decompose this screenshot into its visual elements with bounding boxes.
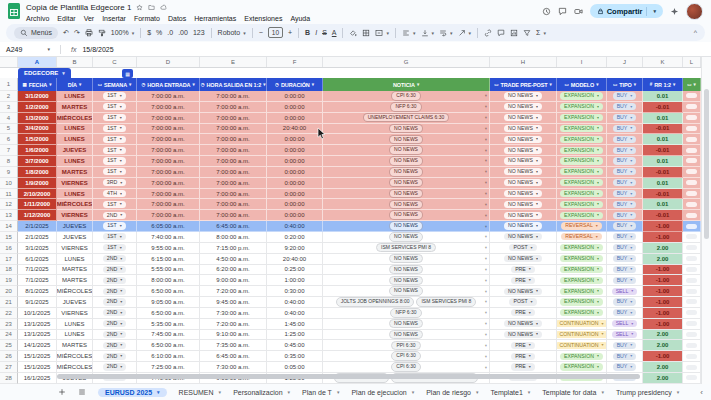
menu-ver[interactable]: Ver xyxy=(84,15,95,22)
chevron-down-icon[interactable]: ▾ xyxy=(485,267,487,272)
chevron-down-icon[interactable]: ▾ xyxy=(412,389,415,395)
fill-color-button[interactable] xyxy=(349,29,357,37)
print-button[interactable] xyxy=(85,29,93,37)
cell-tipo[interactable]: SELL▾ xyxy=(607,330,643,341)
cell-duracion[interactable]: 0:05:00 xyxy=(267,362,323,373)
tipo-dropdown[interactable]: BUY▾ xyxy=(613,212,637,219)
noticia-chip[interactable]: NO NEWS xyxy=(389,276,423,286)
cell-rr[interactable]: -1.00 xyxy=(643,232,683,243)
cell-tipo[interactable]: BUY▾ xyxy=(607,221,643,232)
cell-tipo[interactable]: BUY▾ xyxy=(607,243,643,254)
cell-semana[interactable]: 1ST▾ xyxy=(93,243,137,254)
cell-fecha[interactable]: 3/1/2025 xyxy=(18,243,57,254)
cell-duracion[interactable]: 0:00:00 xyxy=(267,199,323,210)
cell-semana[interactable]: 2ND▾ xyxy=(93,210,137,221)
row-number[interactable]: 22 xyxy=(0,308,18,319)
trade-dropdown[interactable]: NO NEWS▾ xyxy=(504,320,542,327)
cell-trade-pre-post[interactable]: PRE▾ xyxy=(490,362,557,373)
column-header-g[interactable]: G xyxy=(323,57,490,67)
cell-fecha[interactable]: 1/11/2000 xyxy=(18,199,57,210)
tab-scroll-left-icon[interactable]: ‹ xyxy=(700,388,703,397)
cell-noticia[interactable]: NO NEWS▾ xyxy=(323,156,490,167)
cell-tipo[interactable]: BUY▾ xyxy=(607,102,643,113)
cell-rr[interactable]: 2.00 xyxy=(643,340,683,351)
cell-fecha[interactable]: 1/12/2000 xyxy=(18,210,57,221)
chevron-down-icon[interactable]: ▾ xyxy=(673,82,675,87)
column-header-k[interactable]: K xyxy=(643,57,683,67)
cell-tipo[interactable]: BUY▾ xyxy=(607,91,643,102)
cell-modelo[interactable]: CONTINUATION▾ xyxy=(557,340,607,351)
modelo-dropdown[interactable]: EXPANSION▾ xyxy=(560,103,603,110)
italic-button[interactable]: I xyxy=(315,29,317,36)
cell-rr[interactable]: -0.01 xyxy=(643,102,683,113)
cell-hora-salida[interactable]: 9:10:00 a.m. xyxy=(200,330,267,341)
cell-extra[interactable] xyxy=(683,254,701,265)
noticia-chip[interactable]: UNEMPLOYEMENT CLAIMS 6:30 xyxy=(363,113,450,123)
row-number[interactable]: 23 xyxy=(0,319,18,330)
cell-fecha[interactable]: 15/1/2025 xyxy=(18,351,57,362)
cell-fecha[interactable]: 2/1/2025 xyxy=(18,221,57,232)
modelo-dropdown[interactable]: EXPANSION▾ xyxy=(560,114,603,121)
sheet-tab-trump-presidency[interactable]: Trump presidency▾ xyxy=(616,389,679,396)
semana-dropdown[interactable]: 2ND▾ xyxy=(103,277,126,284)
cell-hora-entrada[interactable]: 7:00:00 a.m. xyxy=(137,156,200,167)
trade-dropdown[interactable]: NO NEWS▾ xyxy=(504,125,542,132)
row-number[interactable]: 5 xyxy=(0,124,18,135)
cell-fecha[interactable]: 8/1/2025 xyxy=(18,286,57,297)
cell-extra[interactable] xyxy=(683,189,701,200)
cell-modelo[interactable]: EXPANSION▾ xyxy=(557,102,607,113)
star-icon[interactable] xyxy=(136,4,143,11)
cell-rr[interactable]: -0.01 xyxy=(643,167,683,178)
strikethrough-button[interactable]: S xyxy=(322,29,327,36)
cell-duracion[interactable]: 0:45:00 xyxy=(267,340,323,351)
modelo-dropdown[interactable]: EXPANSION▾ xyxy=(560,277,603,284)
paint-format-button[interactable] xyxy=(98,29,106,37)
cell-hora-salida[interactable]: 7:00:00 a.m. xyxy=(200,189,267,200)
cell-extra[interactable] xyxy=(683,319,701,330)
column-header-d[interactable]: D xyxy=(137,57,200,67)
redo-button[interactable]: ↷ xyxy=(74,29,80,37)
row-number[interactable]: 6 xyxy=(0,134,18,145)
noticia-chip[interactable]: CPI 6:30 xyxy=(391,351,420,361)
cell-semana[interactable]: 2ND▾ xyxy=(93,297,137,308)
row-number[interactable]: 18 xyxy=(0,265,18,276)
trade-dropdown[interactable]: NO NEWS▾ xyxy=(504,190,542,197)
cell-dia[interactable]: MIÉRCOLES xyxy=(57,286,93,297)
tipo-dropdown[interactable]: BUY▾ xyxy=(613,92,637,99)
cell-noticia[interactable]: PPI 6:30▾ xyxy=(323,340,490,351)
modelo-dropdown[interactable]: EXPANSION▾ xyxy=(560,190,603,197)
functions-button[interactable]: Σ▾ xyxy=(536,29,546,36)
cell-extra[interactable] xyxy=(683,167,701,178)
cell-tipo[interactable]: BUY▾ xyxy=(607,124,643,135)
cell-trade-pre-post[interactable]: NO NEWS▾ xyxy=(490,189,557,200)
chevron-down-icon[interactable]: ▾ xyxy=(601,389,604,395)
cell-trade-pre-post[interactable]: NO NEWS▾ xyxy=(490,102,557,113)
cell-duracion[interactable]: 0:00:00 xyxy=(267,210,323,221)
cell-fecha[interactable]: 1/2/2000 xyxy=(18,102,57,113)
cell-dia[interactable]: LUNES xyxy=(57,254,93,265)
cell-noticia[interactable]: NO NEWS▾ xyxy=(323,134,490,145)
table-header-fecha[interactable]: ▦FECHA▾ xyxy=(18,78,57,91)
semana-dropdown[interactable]: 2ND▾ xyxy=(103,298,126,305)
horizontal-scrollbar-thumb[interactable] xyxy=(57,374,640,379)
cell-dia[interactable]: LUNES xyxy=(57,319,93,330)
insert-link-button[interactable] xyxy=(484,29,492,37)
cell-semana[interactable]: 1ST▾ xyxy=(93,91,137,102)
cell-hora-salida[interactable]: 6:45:00 a.m. xyxy=(200,351,267,362)
cell-extra[interactable] xyxy=(683,308,701,319)
cell-dia[interactable]: MARTES xyxy=(57,265,93,276)
cell-hora-salida[interactable]: 9:45:00 a.m. xyxy=(200,297,267,308)
chevron-down-icon[interactable]: ▾ xyxy=(485,158,487,163)
cell-trade-pre-post[interactable]: NO NEWS▾ xyxy=(490,210,557,221)
modelo-dropdown[interactable]: EXPANSION▾ xyxy=(560,244,603,251)
chevron-down-icon[interactable]: ▾ xyxy=(693,82,695,87)
cell-semana[interactable]: 1ST▾ xyxy=(93,134,137,145)
row-number[interactable]: 16 xyxy=(0,243,18,254)
cell-rr[interactable]: -1.00 xyxy=(643,221,683,232)
cell-trade-pre-post[interactable]: PRE▾ xyxy=(490,308,557,319)
cell-tipo[interactable]: BUY▾ xyxy=(607,254,643,265)
cell-tipo[interactable]: BUY▾ xyxy=(607,134,643,145)
row-number[interactable]: 27 xyxy=(0,362,18,373)
chevron-down-icon[interactable]: ▾ xyxy=(49,82,51,87)
cell-modelo[interactable]: EXPANSION▾ xyxy=(557,351,607,362)
